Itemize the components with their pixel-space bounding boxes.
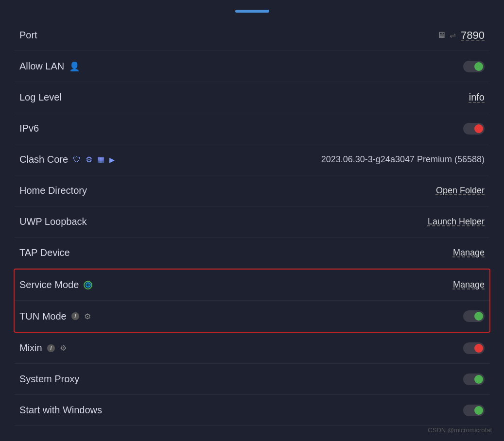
launch-helper-button[interactable]: Launch Helper xyxy=(428,217,485,227)
mixin-gear-icon[interactable]: ⚙ xyxy=(60,343,67,353)
open-folder-button[interactable]: Open Folder xyxy=(436,186,485,196)
start-with-windows-label-text: Start with Windows xyxy=(19,405,102,416)
no-connect-icon: ⇌ xyxy=(450,31,456,40)
clash-core-version: 2023.06.30-3-g24a3047 Premium (56588) xyxy=(321,154,485,165)
tun-mode-toggle[interactable] xyxy=(463,310,485,322)
clash-core-value: 2023.06.30-3-g24a3047 Premium (56588) xyxy=(321,154,485,165)
ipv6-row: IPv6 xyxy=(15,113,489,144)
allow-lan-row: Allow LAN 👤 xyxy=(15,51,489,82)
ipv6-toggle[interactable] xyxy=(463,123,485,135)
service-mode-value: Manage xyxy=(453,280,485,290)
system-proxy-value xyxy=(463,373,485,385)
home-directory-label: Home Directory xyxy=(19,185,87,196)
service-mode-row: Service Mode 🌐 Manage xyxy=(15,270,489,301)
port-icons: 🖥 ⇌ xyxy=(437,30,456,40)
service-mode-manage-button[interactable]: Manage xyxy=(453,280,485,290)
log-level-label: Log Level xyxy=(19,92,62,103)
system-proxy-label: System Proxy xyxy=(19,373,79,385)
system-proxy-label-text: System Proxy xyxy=(19,373,79,385)
allow-lan-toggle[interactable] xyxy=(463,61,485,72)
tun-mode-label-text: TUN Mode xyxy=(19,311,67,322)
mixin-value xyxy=(463,342,485,354)
service-mode-label: Service Mode 🌐 xyxy=(19,279,92,290)
log-level-label-text: Log Level xyxy=(19,92,62,103)
chip-icon[interactable]: ⚙ xyxy=(86,155,92,164)
tap-device-value: Manage xyxy=(453,248,485,258)
start-with-windows-label: Start with Windows xyxy=(19,405,102,416)
mixin-label: Mixin i ⚙ xyxy=(19,342,67,354)
mixin-row: Mixin i ⚙ xyxy=(15,333,489,364)
uwp-loopback-row: UWP Loopback Launch Helper xyxy=(15,206,489,237)
mixin-toggle[interactable] xyxy=(463,342,485,354)
highlighted-section: Service Mode 🌐 Manage TUN Mode i ⚙ xyxy=(14,269,490,333)
start-with-windows-row: Start with Windows xyxy=(15,395,489,426)
person-icon: 👤 xyxy=(69,61,80,72)
tap-device-row: TAP Device Manage xyxy=(15,237,489,269)
service-mode-label-text: Service Mode xyxy=(19,279,79,290)
clash-core-label: Clash Core 🛡 ⚙ ▦ ▶ xyxy=(19,154,115,165)
uwp-loopback-value: Launch Helper xyxy=(428,217,485,227)
tun-info-icon: i xyxy=(71,312,79,320)
log-level-row: Log Level info xyxy=(15,82,489,113)
clash-core-label-text: Clash Core xyxy=(19,154,68,165)
db-icon[interactable]: ▦ xyxy=(97,155,104,164)
port-number[interactable]: 7890 xyxy=(461,29,485,42)
home-directory-value: Open Folder xyxy=(436,186,485,196)
home-directory-row: Home Directory Open Folder xyxy=(15,175,489,206)
footer-text: CSDN @micromicrofat xyxy=(428,426,492,434)
home-directory-label-text: Home Directory xyxy=(19,185,87,196)
footer-note: CSDN @micromicrofat xyxy=(428,426,492,434)
port-value-group: 🖥 ⇌ 7890 xyxy=(437,29,485,42)
system-proxy-toggle[interactable] xyxy=(463,373,485,385)
tun-mode-value xyxy=(463,310,485,322)
mixin-label-text: Mixin xyxy=(19,342,42,354)
tun-mode-row: TUN Mode i ⚙ xyxy=(15,301,489,332)
clash-core-row: Clash Core 🛡 ⚙ ▦ ▶ 2023.06.30-3-g24a3047… xyxy=(15,144,489,175)
allow-lan-label: Allow LAN 👤 xyxy=(19,61,80,72)
allow-lan-value xyxy=(463,61,485,72)
tun-gear-icon[interactable]: ⚙ xyxy=(84,312,91,321)
log-level-value: info xyxy=(469,92,485,103)
top-indicator xyxy=(235,10,269,13)
log-level-text[interactable]: info xyxy=(469,92,485,103)
start-with-windows-value xyxy=(463,405,485,416)
port-row: Port 🖥 ⇌ 7890 xyxy=(15,20,489,51)
port-label: Port xyxy=(19,30,37,41)
tap-device-label-text: TAP Device xyxy=(19,247,70,258)
shield-icon[interactable]: 🛡 xyxy=(73,155,81,164)
port-label-text: Port xyxy=(19,30,37,41)
mixin-info-icon: i xyxy=(47,344,55,352)
tap-manage-button[interactable]: Manage xyxy=(453,248,485,258)
ipv6-label: IPv6 xyxy=(19,123,39,134)
allow-lan-label-text: Allow LAN xyxy=(19,61,64,72)
ipv6-value xyxy=(463,123,485,135)
monitor-icon: 🖥 xyxy=(437,30,446,40)
tap-device-label: TAP Device xyxy=(19,247,70,258)
globe-icon: 🌐 xyxy=(84,281,92,289)
system-proxy-row: System Proxy xyxy=(15,364,489,395)
tun-mode-label: TUN Mode i ⚙ xyxy=(19,311,91,322)
uwp-loopback-label: UWP Loopback xyxy=(19,216,87,227)
ipv6-label-text: IPv6 xyxy=(19,123,39,134)
settings-container: Port 🖥 ⇌ 7890 Allow LAN 👤 Log Level info xyxy=(0,0,504,431)
start-with-windows-toggle[interactable] xyxy=(463,405,485,416)
uwp-loopback-label-text: UWP Loopback xyxy=(19,216,87,227)
play-icon[interactable]: ▶ xyxy=(109,156,115,164)
